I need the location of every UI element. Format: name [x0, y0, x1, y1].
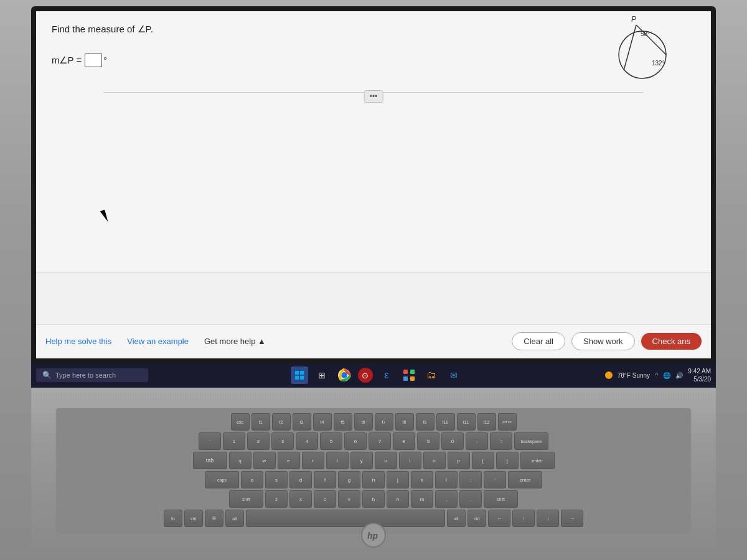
key-d[interactable]: d	[289, 471, 312, 488]
key-s[interactable]: s	[265, 471, 288, 488]
edge-icon[interactable]: ⊙	[358, 368, 373, 383]
key-period[interactable]: .	[459, 490, 482, 508]
key-n[interactable]: n	[387, 490, 409, 508]
key-arrow-right[interactable]: →	[561, 510, 583, 527]
key-alt[interactable]: alt	[225, 510, 244, 527]
file-manager-icon[interactable]: 🗂	[423, 366, 440, 384]
chrome-icon[interactable]	[336, 366, 353, 384]
key-ctrl[interactable]: ctrl	[184, 510, 203, 527]
key-p[interactable]: p	[448, 452, 470, 469]
check-answer-button[interactable]: Check ans	[641, 333, 702, 350]
key-z[interactable]: z	[265, 490, 288, 508]
key-equals[interactable]: =	[490, 432, 512, 450]
key-fn[interactable]: fn	[164, 510, 182, 527]
key-q[interactable]: q	[229, 452, 251, 469]
key-3[interactable]: 3	[271, 432, 294, 450]
answer-input[interactable]	[85, 54, 102, 67]
key-f8[interactable]: f8	[395, 413, 414, 431]
key-enter2[interactable]: enter	[508, 471, 542, 488]
key-8[interactable]: 8	[393, 432, 415, 450]
key-h[interactable]: h	[362, 471, 385, 488]
hp-logo-svg: hp	[366, 528, 381, 543]
key-alt-right[interactable]: alt	[447, 510, 466, 527]
key-arrow-up[interactable]: ↑	[512, 510, 535, 527]
key-bracket-right[interactable]: ]	[496, 452, 519, 469]
key-f12[interactable]: f12	[477, 413, 496, 431]
key-4[interactable]: 4	[296, 432, 318, 450]
key-f5[interactable]: f5	[334, 413, 352, 431]
key-backspace[interactable]: backspace	[514, 432, 548, 450]
key-c[interactable]: c	[314, 490, 336, 508]
svg-text:58°: 58°	[641, 30, 650, 37]
clear-all-button[interactable]: Clear all	[512, 332, 565, 350]
key-semicolon[interactable]: ;	[459, 471, 482, 488]
key-f10[interactable]: f10	[436, 413, 455, 431]
key-1[interactable]: 1	[223, 432, 245, 450]
key-space[interactable]	[246, 510, 445, 527]
key-f[interactable]: f	[314, 471, 336, 488]
key-shift-right[interactable]: shift	[484, 490, 518, 508]
key-o[interactable]: o	[423, 452, 446, 469]
key-backtick[interactable]: `	[199, 432, 221, 450]
key-enter[interactable]: enter	[520, 452, 555, 469]
task-view-button[interactable]: ⊞	[313, 366, 331, 384]
key-f9[interactable]: f9	[416, 413, 435, 431]
volume-icon[interactable]: 🔊	[675, 372, 683, 379]
browser-icon[interactable]: ε	[378, 366, 395, 384]
key-b[interactable]: b	[362, 490, 385, 508]
key-r[interactable]: r	[302, 452, 324, 469]
key-2[interactable]: 2	[247, 432, 270, 450]
key-j[interactable]: j	[387, 471, 409, 488]
key-x[interactable]: x	[289, 490, 312, 508]
key-quote[interactable]: '	[484, 471, 506, 488]
key-e[interactable]: e	[278, 452, 300, 469]
expand-dots[interactable]: •••	[364, 90, 383, 103]
key-tab[interactable]: tab	[193, 452, 227, 469]
help-me-solve-link[interactable]: Help me solve this	[45, 337, 111, 346]
key-u[interactable]: u	[375, 452, 397, 469]
key-k[interactable]: k	[411, 471, 433, 488]
key-9[interactable]: 9	[417, 432, 439, 450]
svg-rect-12	[403, 370, 408, 374]
get-more-help-link[interactable]: Get more help ▲	[204, 337, 266, 346]
key-prt[interactable]: prt sc	[498, 413, 517, 431]
key-f1[interactable]: f1	[251, 413, 270, 431]
key-t[interactable]: t	[326, 452, 349, 469]
key-w[interactable]: w	[253, 452, 276, 469]
taskbar-search[interactable]: 🔍 Type here to search	[36, 368, 148, 382]
key-f11[interactable]: f11	[457, 413, 476, 431]
key-ctrl-right[interactable]: ctrl	[467, 510, 486, 527]
key-shift-left[interactable]: shift	[229, 490, 263, 508]
key-f3[interactable]: f3	[293, 413, 311, 431]
key-5[interactable]: 5	[320, 432, 342, 450]
windows-button[interactable]	[291, 366, 308, 384]
key-m[interactable]: m	[411, 490, 433, 508]
chevron-up-icon[interactable]: ^	[655, 371, 658, 379]
key-arrow-left[interactable]: ←	[488, 510, 510, 527]
key-v[interactable]: v	[338, 490, 360, 508]
key-g[interactable]: g	[338, 471, 360, 488]
key-comma[interactable]: ,	[435, 490, 458, 508]
key-l[interactable]: l	[435, 471, 458, 488]
app-grid-icon[interactable]	[400, 366, 418, 384]
key-esc[interactable]: esc	[231, 413, 250, 431]
key-i[interactable]: i	[399, 452, 421, 469]
key-capslock[interactable]: caps	[205, 471, 239, 488]
key-a[interactable]: a	[241, 471, 263, 488]
key-f4[interactable]: f4	[313, 413, 332, 431]
mail-icon[interactable]: ✉	[445, 366, 463, 384]
key-f7[interactable]: f7	[375, 413, 393, 431]
key-y[interactable]: y	[350, 452, 373, 469]
key-7[interactable]: 7	[369, 432, 391, 450]
key-win[interactable]: ⊞	[205, 510, 223, 527]
show-work-button[interactable]: Show work	[571, 332, 635, 350]
key-0[interactable]: 0	[441, 432, 464, 450]
key-arrow-down[interactable]: ↓	[537, 510, 559, 527]
view-example-link[interactable]: View an example	[127, 337, 189, 346]
key-6[interactable]: 6	[344, 432, 367, 450]
key-minus[interactable]: -	[466, 432, 488, 450]
key-bracket-left[interactable]: [	[472, 452, 494, 469]
key-f6[interactable]: f6	[354, 413, 373, 431]
svg-rect-13	[410, 370, 415, 374]
key-f2[interactable]: f2	[272, 413, 291, 431]
